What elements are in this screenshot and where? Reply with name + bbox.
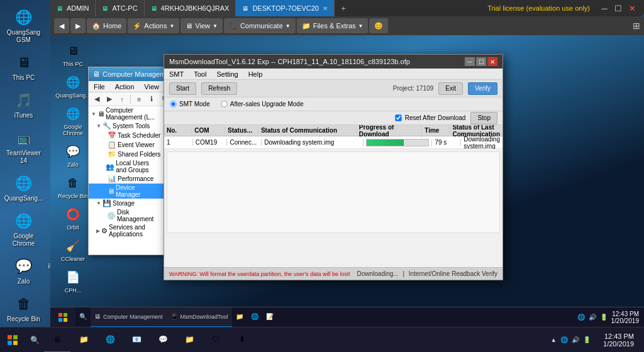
files-extras-button[interactable]: 📁 Files & Extras ▼ (297, 18, 369, 33)
msm-refresh-button[interactable]: Refresh (201, 82, 237, 95)
tree-item-local-users[interactable]: 👥 Local Users and Groups (89, 159, 164, 174)
msm-menu-tool[interactable]: Tool (191, 70, 209, 78)
row1-no: 1 (164, 139, 193, 146)
add-tab-button[interactable]: ＋ (335, 3, 352, 14)
systray-arrow[interactable]: ▲ (550, 336, 557, 343)
home-button[interactable]: 🏠 Home (87, 18, 126, 33)
tree-item-disk-mgmt[interactable]: 💿 Disk Management (89, 208, 164, 223)
msm-menu-help[interactable]: Help (246, 70, 265, 78)
tree-item-device-manager[interactable]: 🖥 Device Manager (89, 184, 164, 199)
msm-after-sales-mode[interactable]: After-sales Upgrade Mode (220, 100, 304, 108)
rdp-action-bar: ◀ ▶ 🏠 Home ⚡ Actions ▼ 🖥 View ▼ 📞 Commun… (50, 16, 644, 35)
menu-view[interactable]: View (142, 83, 162, 91)
rdp-tab-close[interactable]: ✕ (323, 5, 328, 12)
tree-item-system-tools[interactable]: ▼ 🔧 System Tools (89, 121, 164, 131)
remote-app-search[interactable]: 🔍 (75, 307, 91, 327)
communicate-button[interactable]: 📞 Communicate ▼ (224, 18, 296, 33)
local-app-download[interactable]: ⬇ (229, 327, 255, 353)
local-app-skype[interactable]: 💬 (150, 327, 176, 353)
remote-icon-cph[interactable]: 📄 CPH... (53, 267, 93, 295)
local-app-mail[interactable]: 📧 (123, 327, 150, 353)
remote-app-chrome[interactable]: 🌐 (247, 307, 262, 327)
view-button[interactable]: 🖥 View ▼ (180, 18, 223, 33)
tree-item-performance[interactable]: 📊 Performance (89, 174, 164, 184)
msm-scroll-area[interactable] (167, 151, 500, 233)
smiley-button[interactable]: 😊 (369, 18, 388, 33)
forward-button[interactable]: ▶ (70, 18, 86, 33)
tree-item-shared-folders[interactable]: 📁 Shared Folders (89, 150, 164, 159)
toolbar-properties[interactable]: ℹ (146, 94, 157, 105)
toolbar-back[interactable]: ◀ (91, 94, 103, 105)
row1-status: Connec... (227, 139, 262, 146)
msm-maximize[interactable]: ☐ (476, 57, 486, 66)
remote-clock: 12:43 PM 1/20/2019 (611, 311, 640, 324)
rdp-tab-atc-pc[interactable]: 🖥 ATC-PC (96, 0, 144, 16)
close-button[interactable]: ✕ (626, 3, 638, 14)
remote-icon-orbit[interactable]: ⭕ Orbit (53, 204, 93, 233)
progress-fill (367, 140, 404, 146)
menu-action[interactable]: Action (113, 83, 137, 91)
grid-icon[interactable]: ⊞ (633, 21, 640, 31)
desktop-icons: 🌐 QuangSang GSM 🖥 This PC 🎵 iTunes 📺 Tea… (0, 0, 47, 327)
restore-button[interactable]: ☐ (613, 3, 624, 14)
toolbar-up[interactable]: ↑ (116, 94, 128, 105)
local-app-explorer[interactable]: 📁 (70, 327, 97, 353)
tree-item-root[interactable]: ▼ 🖥 Computer Management (L... (89, 106, 164, 121)
caret-icon4: ▼ (358, 23, 364, 29)
remote-icon-recycle-bin[interactable]: 🗑 Recycle Bin (53, 172, 93, 201)
remote-icon-quangsang[interactable]: 🌐 QuangSang... (53, 72, 93, 101)
tree-item-task-scheduler[interactable]: 📅 Task Scheduler (89, 131, 164, 140)
remote-icon-ccleaner[interactable]: 🧹 CCleaner (53, 235, 93, 264)
toolbar-forward[interactable]: ▶ (104, 94, 115, 105)
desktop-icon-recycle-bin[interactable]: 🗑 Recycle Bin (3, 292, 45, 326)
tree-item-storage[interactable]: ▼ 💾 Storage (89, 199, 164, 208)
desktop-icon-this-pc[interactable]: 🖥 This PC (3, 50, 45, 84)
remote-app-notepad[interactable]: 📝 (262, 307, 277, 327)
msm-start-button[interactable]: Start (169, 82, 196, 95)
remote-app-file-explorer[interactable]: 📁 (232, 307, 247, 327)
msm-menu-smt[interactable]: SMT (167, 70, 186, 78)
rdp-tab-4rkhojbkh[interactable]: 🖥 4RKHOJBKH6QJRAX (145, 0, 236, 16)
local-start-button[interactable] (0, 327, 25, 353)
local-app-chrome[interactable]: 🌐 (97, 327, 123, 353)
msm-exit-button[interactable]: Exit (438, 82, 463, 95)
local-app-rdp[interactable]: 🖥 (44, 327, 70, 353)
tree-item-event-viewer[interactable]: 📋 Event Viewer (89, 140, 164, 150)
svg-rect-6 (8, 341, 12, 345)
remote-start-button[interactable] (50, 307, 75, 327)
local-search-button[interactable]: 🔍 (25, 327, 44, 353)
msm-reset-checkbox-label[interactable]: Reset After Download (394, 114, 466, 122)
desktop-icon-teamviewer[interactable]: 📺 TeamViewer 14 (3, 126, 45, 167)
msm-stop-button[interactable]: Stop (470, 112, 497, 124)
back-button[interactable]: ◀ (54, 18, 69, 33)
desktop-icon-zalo[interactable]: 💬 Zalo (3, 254, 45, 288)
remote-icon-zalo[interactable]: 💬 Zalo (53, 141, 93, 170)
toolbar-show-hide[interactable]: ≡ (133, 94, 145, 105)
msm-verify-button[interactable]: Verify (468, 82, 497, 95)
rdp-tab-admin[interactable]: 🖥 ADMIN (50, 0, 96, 16)
row1-com: COM19 (193, 139, 228, 146)
desktop-icon-quangsang2[interactable]: 🌐 QuangSang... (3, 171, 45, 205)
actions-button[interactable]: ⚡ Actions ▼ (128, 18, 179, 33)
msm-menu-setting[interactable]: Setting (214, 70, 240, 78)
col-header-no: No. (164, 127, 192, 134)
msm-minimize[interactable]: ─ (465, 57, 475, 66)
row1-progress (364, 139, 432, 146)
rdp-tab-desktop-7oevc20[interactable]: 🖥 DESKTOP-7OEVC20 ✕ (236, 0, 335, 16)
remote-app-comp-mgmt[interactable]: 🖥 Computer Management (91, 307, 167, 327)
remote-icon-this-pc[interactable]: 🖥 This PC (53, 40, 93, 69)
msm-reset-checkbox[interactable] (395, 114, 401, 121)
tree-item-services[interactable]: ▶ ⚙ Services and Applications (89, 223, 164, 238)
msm-smt-mode[interactable]: SMT Mode (169, 100, 210, 108)
local-app-folder[interactable]: 📁 (176, 327, 203, 353)
msm-separator: | (402, 270, 404, 277)
menu-file[interactable]: File (91, 83, 108, 91)
desktop-icon-chrome[interactable]: 🌐 Google Chrome (3, 209, 45, 250)
msm-close[interactable]: ✕ (487, 57, 497, 66)
remote-icon-chrome[interactable]: 🌐 Google Chrome (53, 103, 93, 138)
desktop-icon-itunes[interactable]: 🎵 iTunes (3, 88, 45, 122)
remote-app-msm[interactable]: 📱 MsmDownloadTool (167, 307, 232, 327)
local-app-antivirus[interactable]: 🛡 (203, 327, 229, 353)
minimize-button[interactable]: ─ (599, 3, 610, 14)
desktop-icon-quangsang-gsm[interactable]: 🌐 QuangSang GSM (3, 5, 45, 47)
